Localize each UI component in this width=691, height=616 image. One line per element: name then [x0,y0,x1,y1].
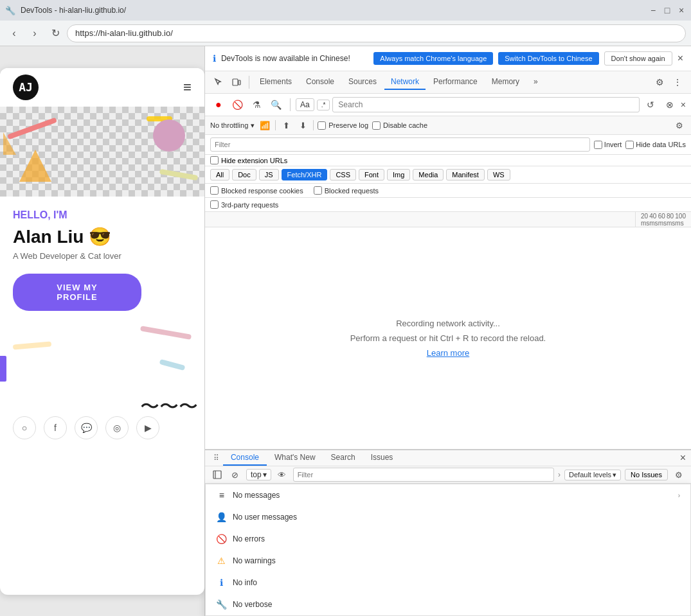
site-logo: AJ [13,75,39,100]
filter-input[interactable] [210,137,590,152]
clear-network-button[interactable]: 🚫 [229,96,246,113]
console-drag-handle[interactable]: ⠿ [210,452,223,464]
device-toolbar-button[interactable] [228,74,245,91]
record-button[interactable]: ● [210,96,227,113]
hide-data-urls-group: Hide data URLs [625,141,686,149]
refresh-search-button[interactable]: ↺ [642,96,659,113]
dropdown-item-no-info[interactable]: ℹ No info [206,572,690,594]
social-facebook[interactable]: f [44,416,67,439]
dropdown-item-no-warnings[interactable]: ⚠ No warnings [206,550,690,572]
console-clear-button[interactable]: ⊘ [228,468,242,482]
disable-cache-checkbox[interactable] [372,121,381,130]
no-errors-label: No errors [233,534,265,543]
tab-sources[interactable]: Sources [342,75,383,90]
user-messages-icon: 👤 [216,511,228,523]
tab-console[interactable]: Console [300,75,341,90]
switch-language-button[interactable]: Switch DevTools to Chinese [498,52,598,65]
network-search-button[interactable]: 🔍 [268,96,285,113]
hamburger-menu[interactable]: ≡ [183,79,192,96]
third-party-checkbox[interactable] [210,200,219,209]
notification-text: DevTools is now available in Chinese! [221,54,368,63]
type-btn-doc[interactable]: Doc [232,169,256,180]
console-issues-button[interactable]: No Issues [625,469,668,480]
throttle-selector[interactable]: No throttling ▾ [210,121,255,130]
tab-memory[interactable]: Memory [485,75,526,90]
tab-whats-new[interactable]: What's New [267,450,323,466]
tab-more[interactable]: » [527,75,544,90]
import-har-button[interactable]: ⬆ [280,119,292,132]
type-btn-js[interactable]: JS [259,169,279,180]
invert-checkbox[interactable] [594,141,602,149]
network-filter-row: No throttling ▾ 📶 ⬆ ⬇ Preserve log Disab… [205,116,691,135]
blocked-cookies-checkbox[interactable] [210,186,219,195]
blocked-requests-checkbox[interactable] [314,186,322,195]
notification-close-button[interactable]: × [678,53,683,64]
type-btn-manifest[interactable]: Manifest [446,169,485,180]
dropdown-item-no-messages[interactable]: ≡ No messages › [206,484,690,506]
close-button[interactable]: × [677,6,686,15]
devtools-settings-button[interactable]: ⚙ [651,74,668,91]
dont-show-again-button[interactable]: Don't show again [604,51,672,66]
social-github[interactable]: ○ [13,416,36,439]
console-eye-button[interactable]: 👁 [275,468,289,482]
console-settings-button[interactable]: ⚙ [672,468,686,482]
forward-button[interactable]: › [26,24,44,42]
preserve-log-checkbox[interactable] [318,121,326,130]
deco-line-footer-1 [140,326,192,340]
tab-elements[interactable]: Elements [253,75,298,90]
type-btn-all[interactable]: All [210,169,229,180]
timeline-marker-5: 100 ms [675,213,686,227]
reload-button[interactable]: ↻ [46,24,64,42]
console-context-selector[interactable]: top ▾ [246,469,271,480]
back-button[interactable]: ‹ [5,24,23,42]
online-button[interactable]: 📶 [258,119,271,132]
font-size-toggle[interactable]: Aa [296,98,314,111]
tab-search[interactable]: Search [323,450,363,466]
tab-performance[interactable]: Performance [427,75,484,90]
type-btn-ws[interactable]: WS [487,169,510,180]
search-input[interactable] [332,97,640,112]
inspect-element-button[interactable] [210,74,227,91]
deco-line-footer-2 [13,341,51,349]
devtools-customize-button[interactable]: ⋮ [669,74,686,91]
export-har-button[interactable]: ⬇ [296,119,309,132]
cta-button[interactable]: VIEW MY PROFILE [13,274,141,311]
hide-data-urls-checkbox[interactable] [625,141,634,149]
tab-console-main[interactable]: Console [223,450,267,466]
decorative-triangle [19,150,51,184]
type-btn-fetch-xhr[interactable]: Fetch/XHR [282,169,328,180]
dropdown-item-no-verbose[interactable]: 🔧 No verbose [206,594,690,615]
filter-chevron-right[interactable]: › [558,470,561,479]
social-chat[interactable]: 💬 [75,416,98,439]
info-icon: ℹ [216,577,228,588]
type-btn-media[interactable]: Media [413,169,444,180]
invert-checkbox-group: Invert [594,141,622,149]
network-learn-more-link[interactable]: Learn more [427,348,469,358]
regex-toggle[interactable]: .* [317,100,330,110]
hide-extension-checkbox[interactable] [210,156,219,164]
address-bar[interactable] [67,24,686,42]
dropdown-item-no-user-messages[interactable]: 👤 No user messages [206,506,690,528]
network-settings-button[interactable]: ⚙ [673,119,686,132]
clear-search-button[interactable]: ⊗ [661,96,678,113]
minimize-button[interactable]: − [649,6,658,15]
type-btn-css[interactable]: CSS [330,169,356,180]
social-instagram[interactable]: ◎ [105,416,129,439]
close-search-button[interactable]: × [681,100,686,110]
console-level-selector[interactable]: Default levels ▾ [564,470,621,480]
filter-toggle-button[interactable]: ⚗ [249,96,265,113]
always-match-button[interactable]: Always match Chrome's language [373,52,493,65]
console-filter-input[interactable] [293,468,554,482]
phone-frame: AJ ≡ HELLO, I'M Alan Liu [0,68,204,595]
social-youtube[interactable]: ▶ [136,416,159,439]
type-btn-font[interactable]: Font [359,169,384,180]
console-close-button[interactable]: × [680,452,686,464]
dropdown-item-no-errors[interactable]: 🚫 No errors [206,528,690,550]
type-btn-img[interactable]: Img [387,169,410,180]
maximize-button[interactable]: □ [663,6,672,15]
hide-data-label: Hide data URLs [636,141,686,148]
tab-issues[interactable]: Issues [363,450,401,466]
console-sidebar-toggle[interactable] [210,468,224,482]
timeline-right-panel: 20 ms 40 ms 60 ms 80 ms 100 ms [636,212,691,227]
tab-network[interactable]: Network [384,75,426,90]
